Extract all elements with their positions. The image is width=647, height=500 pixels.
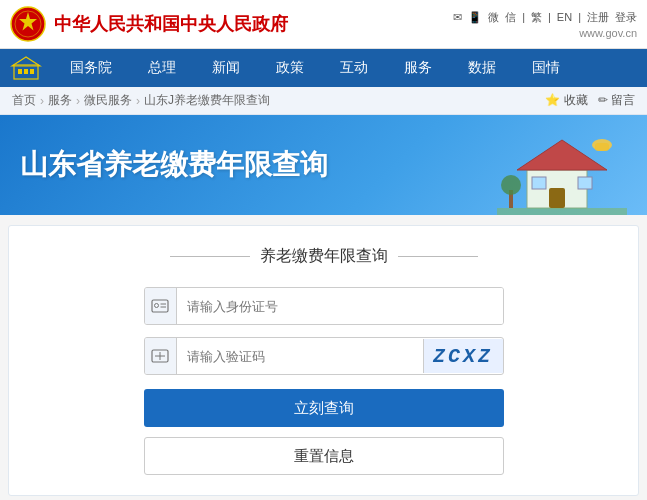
- captcha-code-icon: [151, 347, 169, 365]
- breadcrumb-service[interactable]: 服务: [48, 92, 72, 109]
- site-title: 中华人民共和国中央人民政府: [54, 12, 288, 36]
- breadcrumb-actions: ⭐ 收藏 ✏ 留言: [545, 92, 635, 109]
- header-right: ✉ 📱 微 信 | 繁 | EN | 注册 登录 www.gov.cn: [453, 10, 637, 39]
- email-icon[interactable]: ✉: [453, 11, 462, 24]
- lang-fanti[interactable]: 繁: [531, 10, 542, 25]
- breadcrumb: 首页 › 服务 › 微民服务 › 山东J养老缴费年限查询 ⭐ 收藏 ✏ 留言: [0, 87, 647, 115]
- lang-sep3: |: [578, 11, 581, 23]
- captcha-input[interactable]: [177, 338, 423, 374]
- nav-item-fuwu[interactable]: 服务: [386, 49, 450, 87]
- svg-rect-7: [30, 69, 34, 74]
- nav-item-xinwen[interactable]: 新闻: [194, 49, 258, 87]
- national-emblem-icon: [10, 6, 46, 42]
- breadcrumb-mini-service[interactable]: 微民服务: [84, 92, 132, 109]
- svg-rect-14: [595, 143, 609, 151]
- nav-bar: 国务院 总理 新闻 政策 互动 服务 数据 国情: [0, 49, 647, 87]
- header-left: 中华人民共和国中央人民政府: [10, 6, 288, 42]
- lang-sep2: |: [548, 11, 551, 23]
- breadcrumb-sep1: ›: [40, 94, 44, 108]
- banner-decoration: [497, 125, 627, 215]
- id-input[interactable]: [177, 288, 503, 324]
- svg-rect-11: [532, 177, 546, 189]
- id-input-row: [144, 287, 504, 325]
- banner-illustration: [497, 125, 627, 215]
- breadcrumb-sep3: ›: [136, 94, 140, 108]
- lang-sep: |: [522, 11, 525, 23]
- id-card-icon: [151, 297, 169, 315]
- nav-building-icon: [10, 55, 42, 81]
- section-title: 养老缴费年限查询: [29, 246, 618, 267]
- svg-rect-17: [497, 208, 627, 215]
- captcha-image[interactable]: ZCXZ: [423, 339, 503, 373]
- breadcrumb-current: 山东J养老缴费年限查询: [144, 92, 270, 109]
- header-icons: ✉ 📱 微 信 | 繁 | EN | 注册 登录: [453, 10, 637, 25]
- nav-item-guowuyuan[interactable]: 国务院: [52, 49, 130, 87]
- breadcrumb-sep2: ›: [76, 94, 80, 108]
- id-icon: [145, 288, 177, 324]
- reset-button[interactable]: 重置信息: [144, 437, 504, 475]
- svg-rect-12: [578, 177, 592, 189]
- captcha-icon: [145, 338, 177, 374]
- svg-rect-6: [24, 69, 28, 74]
- header: 中华人民共和国中央人民政府 ✉ 📱 微 信 | 繁 | EN | 注册 登录 w…: [0, 0, 647, 49]
- login-link[interactable]: 登录: [615, 10, 637, 25]
- nav-logo-tile: [0, 49, 52, 87]
- svg-rect-5: [18, 69, 22, 74]
- register-link[interactable]: 注册: [587, 10, 609, 25]
- wechat-icon[interactable]: 信: [505, 10, 516, 25]
- svg-point-16: [501, 175, 521, 195]
- main-content: 养老缴费年限查询: [8, 225, 639, 496]
- id-form-group: [29, 287, 618, 325]
- banner-title: 山东省养老缴费年限查询: [20, 146, 328, 184]
- comment-action[interactable]: ✏ 留言: [598, 92, 635, 109]
- captcha-input-row: ZCXZ: [144, 337, 504, 375]
- nav-item-zongli[interactable]: 总理: [130, 49, 194, 87]
- svg-point-19: [155, 304, 159, 308]
- query-button[interactable]: 立刻查询: [144, 389, 504, 427]
- breadcrumb-path: 首页 › 服务 › 微民服务 › 山东J养老缴费年限查询: [12, 92, 270, 109]
- breadcrumb-home[interactable]: 首页: [12, 92, 36, 109]
- nav-item-guoqing[interactable]: 国情: [514, 49, 578, 87]
- nav-item-hudong[interactable]: 互动: [322, 49, 386, 87]
- weibo-icon[interactable]: 微: [488, 10, 499, 25]
- mobile-icon[interactable]: 📱: [468, 11, 482, 24]
- svg-rect-10: [549, 188, 565, 208]
- lang-en[interactable]: EN: [557, 11, 572, 23]
- nav-item-zhengce[interactable]: 政策: [258, 49, 322, 87]
- nav-item-shuju[interactable]: 数据: [450, 49, 514, 87]
- captcha-form-group: ZCXZ: [29, 337, 618, 375]
- site-url: www.gov.cn: [579, 27, 637, 39]
- favorite-action[interactable]: ⭐ 收藏: [545, 92, 587, 109]
- banner: 山东省养老缴费年限查询: [0, 115, 647, 215]
